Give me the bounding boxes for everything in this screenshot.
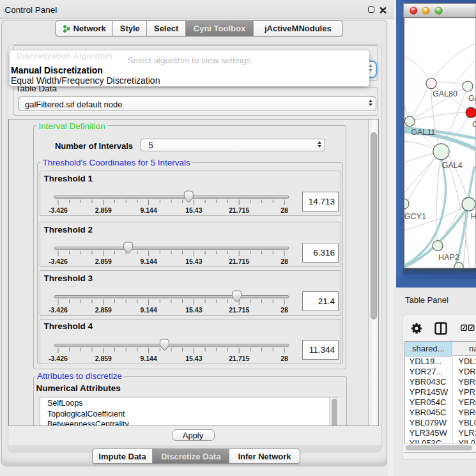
svg-text:GCY1: GCY1 [404, 212, 426, 221]
svg-text:GAL11: GAL11 [411, 128, 435, 137]
svg-text:21.715: 21.715 [229, 354, 249, 362]
svg-text:H: H [471, 212, 476, 221]
svg-text:28: 28 [280, 354, 288, 362]
svg-text:GAL4: GAL4 [442, 161, 463, 170]
svg-text:15.43: 15.43 [185, 257, 202, 265]
svg-text:9.144: 9.144 [140, 306, 157, 314]
svg-text:21.715: 21.715 [229, 306, 249, 314]
svg-text:-3.426: -3.426 [49, 206, 68, 214]
svg-text:9.144: 9.144 [140, 257, 157, 265]
svg-text:9.144: 9.144 [140, 206, 157, 214]
svg-text:28: 28 [280, 206, 288, 214]
svg-text:-3.426: -3.426 [49, 306, 68, 314]
svg-text:28: 28 [280, 257, 288, 265]
svg-text:9.144: 9.144 [140, 354, 157, 362]
svg-text:2.859: 2.859 [95, 206, 112, 214]
svg-text:15.43: 15.43 [185, 206, 202, 214]
svg-text:21.715: 21.715 [229, 257, 249, 265]
svg-text:2.859: 2.859 [95, 354, 112, 362]
svg-text:GAL80: GAL80 [433, 89, 457, 98]
svg-text:-3.426: -3.426 [49, 354, 68, 362]
svg-text:CD: CD [472, 120, 476, 129]
svg-text:HAP2: HAP2 [438, 253, 459, 262]
svg-text:21.715: 21.715 [229, 206, 249, 214]
svg-text:-3.426: -3.426 [49, 257, 68, 265]
svg-text:28: 28 [280, 306, 288, 314]
svg-text:2.859: 2.859 [95, 306, 112, 314]
svg-text:GA: GA [468, 94, 476, 103]
svg-text:15.43: 15.43 [185, 354, 202, 362]
svg-text:15.43: 15.43 [185, 306, 202, 314]
svg-text:2.859: 2.859 [95, 257, 112, 265]
